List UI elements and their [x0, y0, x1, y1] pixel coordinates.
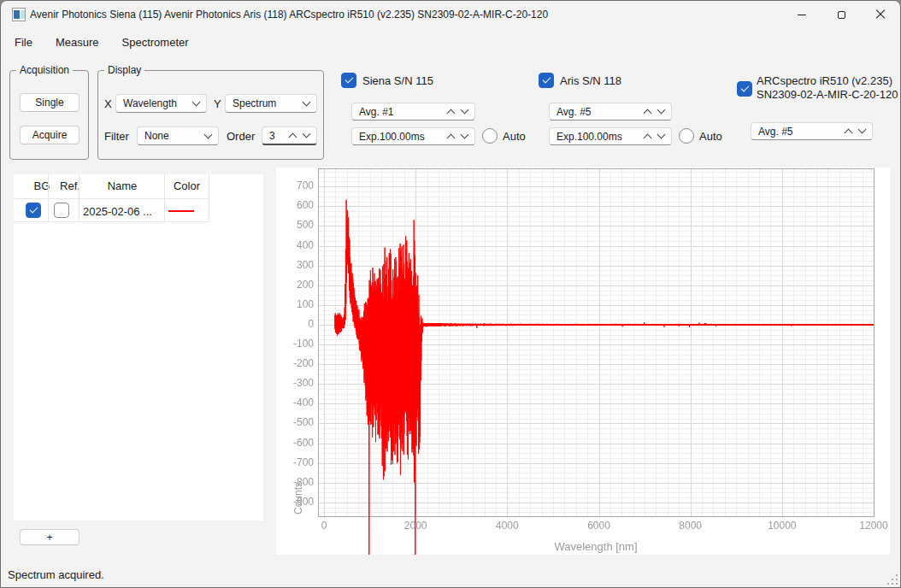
acquire-button[interactable]: Acquire	[20, 126, 80, 144]
arcspectro-checkbox[interactable]	[737, 81, 752, 97]
aris-avg-spinner[interactable]: Avg. #5	[549, 103, 672, 121]
chevron-down-icon	[462, 109, 468, 115]
chevron-up-icon	[448, 109, 454, 115]
x-axis-label: X	[104, 97, 112, 110]
spectra-table: BG Ref. Name Color 2025-02-06 ...	[14, 174, 263, 520]
siena-exposure-spinner[interactable]: Exp.100.00ms	[351, 127, 475, 145]
menu-file[interactable]: File	[5, 32, 42, 53]
arcspectro-label-line1: ARCspectro iR510 (v2.235)	[757, 74, 892, 87]
chevron-down-icon	[193, 101, 199, 107]
window-title: Avenir Photonics Siena (115) Avenir Phot…	[30, 9, 548, 21]
check-icon	[345, 75, 354, 84]
chevron-down-icon	[303, 132, 309, 138]
y-tick-label: -300	[276, 377, 314, 389]
siena-auto-label: Auto	[503, 130, 526, 143]
aris-label: Aris S/N 118	[560, 74, 621, 87]
filter-label: Filter	[104, 130, 129, 143]
chevron-down-icon	[205, 133, 211, 139]
arcspectro-avg-spinner[interactable]: Avg. #5	[751, 122, 873, 140]
y-tick-label: -500	[276, 416, 314, 428]
column-header-name[interactable]: Name	[80, 174, 165, 198]
close-icon	[875, 9, 886, 20]
x-tick-label: 6000	[574, 520, 625, 532]
chevron-down-icon	[859, 128, 865, 134]
y-tick-label: 300	[276, 259, 314, 271]
app-window: Avenir Photonics Siena (115) Avenir Phot…	[0, 0, 901, 588]
display-legend: Display	[104, 64, 144, 76]
y-tick-label: 0	[276, 318, 314, 330]
title-bar: Avenir Photonics Siena (115) Avenir Phot…	[1, 1, 900, 28]
siena-auto-checkbox[interactable]	[482, 128, 498, 144]
aris-auto-label: Auto	[699, 130, 722, 143]
x-axis-title: Wavelength [nm]	[489, 540, 703, 553]
app-icon	[12, 8, 26, 21]
chevron-down-icon	[462, 133, 468, 139]
chevron-up-icon	[845, 128, 851, 134]
x-tick-label: 0	[298, 520, 350, 532]
y-tick-label: -400	[276, 397, 314, 409]
maximize-button[interactable]	[822, 1, 861, 28]
spectrum-chart[interactable]: 7006005004003002001000-100-200-300-400-5…	[276, 168, 890, 555]
menu-measure[interactable]: Measure	[46, 32, 109, 53]
y-axis-label: Y	[214, 97, 221, 110]
row-bg-checkbox[interactable]	[26, 203, 41, 218]
minimize-icon	[798, 15, 806, 15]
siena-avg-spinner[interactable]: Avg. #1	[351, 103, 475, 121]
single-button[interactable]: Single	[20, 93, 80, 112]
siena-label: Siena S/N 115	[362, 74, 433, 87]
minimize-button[interactable]	[782, 1, 822, 28]
maximize-icon	[838, 11, 845, 19]
menu-bar: File Measure Spectrometer	[1, 30, 900, 54]
chevron-up-icon	[448, 133, 454, 139]
arcspectro-label: ARCspectro iR510 (v2.235) SN2309-02-A-MI…	[757, 74, 898, 102]
acquisition-legend: Acquisition	[16, 64, 73, 76]
menu-spectrometer[interactable]: Spectrometer	[113, 32, 198, 53]
order-label: Order	[227, 130, 255, 143]
y-axis-title: Counts	[292, 473, 304, 524]
x-tick-label: 12000	[848, 520, 899, 532]
check-icon	[741, 84, 750, 92]
y-axis-select[interactable]: Spectrum	[225, 94, 317, 113]
x-tick-label: 8000	[665, 520, 716, 532]
chevron-up-icon	[645, 133, 651, 139]
display-group: Display	[97, 70, 324, 160]
order-spinner[interactable]: 3	[262, 126, 317, 145]
row-ref-checkbox[interactable]	[54, 203, 69, 218]
close-button[interactable]	[861, 1, 900, 28]
check-icon	[30, 205, 38, 214]
acquisition-group: Acquisition	[9, 70, 89, 160]
chevron-down-icon	[658, 133, 664, 139]
y-tick-label: -600	[276, 437, 314, 449]
y-tick-label: 400	[276, 239, 314, 251]
x-tick-label: 4000	[481, 520, 533, 532]
filter-select[interactable]: None	[137, 126, 219, 145]
y-tick-label: 200	[276, 279, 314, 291]
x-tick-label: 10000	[757, 520, 808, 532]
y-tick-label: 600	[276, 199, 314, 211]
chevron-up-icon	[290, 132, 296, 138]
chart-plot-area[interactable]	[276, 168, 890, 555]
y-tick-label: 100	[276, 298, 314, 310]
x-tick-label: 2000	[390, 520, 441, 532]
aris-exposure-spinner[interactable]: Exp.100.00ms	[549, 127, 672, 145]
y-tick-label: 700	[276, 179, 314, 191]
status-text: Spectrum acquired.	[8, 568, 104, 581]
y-tick-label: 500	[276, 219, 314, 231]
arcspectro-label-line2: SN2309-02-A-MIR-C-20-120	[757, 88, 898, 101]
row-name: 2025-02-06 ...	[83, 205, 152, 218]
column-header-color[interactable]: Color	[165, 174, 209, 198]
chevron-down-icon	[303, 101, 309, 107]
y-tick-label: -200	[276, 357, 314, 369]
x-axis-select[interactable]: Wavelength	[115, 94, 207, 113]
resize-grip-icon[interactable]	[887, 574, 898, 585]
aris-auto-checkbox[interactable]	[679, 128, 694, 144]
add-spectrum-button[interactable]: +	[20, 529, 80, 545]
check-icon	[543, 75, 551, 84]
siena-checkbox[interactable]	[341, 73, 356, 88]
y-tick-label: -700	[276, 456, 314, 468]
row-color-swatch[interactable]	[168, 210, 194, 212]
y-tick-label: -100	[276, 338, 314, 350]
chevron-down-icon	[658, 109, 664, 115]
chevron-up-icon	[645, 109, 651, 115]
aris-checkbox[interactable]	[539, 73, 554, 88]
